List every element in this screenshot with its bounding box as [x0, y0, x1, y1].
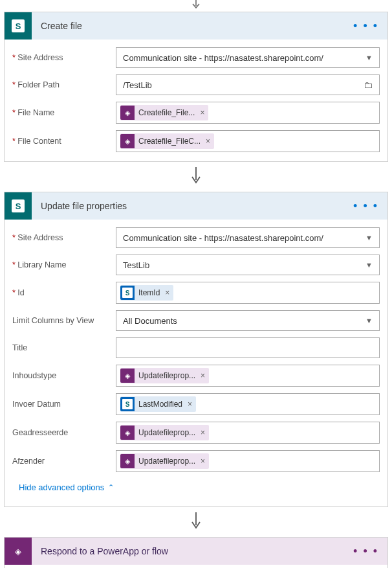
hide-advanced-toggle[interactable]: Hide advanced options ⌃	[12, 479, 380, 497]
chevron-down-icon: ▼	[365, 54, 374, 62]
card-title: Create file	[41, 21, 351, 31]
remove-token-icon[interactable]: ×	[199, 108, 208, 117]
chevron-down-icon: ▼	[365, 261, 374, 269]
card-menu-button[interactable]: • • •	[351, 545, 381, 558]
action-create-file: S Create file • • • Site Address Communi…	[4, 12, 388, 162]
label-inhoudstype: Inhoudstype	[12, 371, 116, 380]
remove-token-icon[interactable]: ×	[164, 288, 173, 297]
label-afzender: Afzender	[12, 457, 116, 466]
afzender-input[interactable]: ◈ Updatefileprop... ×	[116, 450, 380, 472]
id-input[interactable]: S ItemId ×	[116, 282, 380, 304]
chevron-up-icon: ⌃	[108, 483, 114, 492]
label-file-name: File Name	[12, 108, 116, 117]
action-update-file-properties: S Update file properties • • • Site Addr…	[4, 192, 388, 507]
label-id: Id	[12, 288, 116, 297]
label-site-address: Site Address	[12, 233, 116, 242]
limit-columns-dropdown[interactable]: All Documents ▼	[116, 310, 380, 331]
chevron-down-icon: ▼	[365, 234, 374, 242]
geadresseerde-input[interactable]: ◈ Updatefileprop... ×	[116, 422, 380, 444]
folder-path-input[interactable]: /TestLib 🗀	[116, 74, 380, 95]
sharepoint-icon: S	[120, 286, 135, 300]
flow-arrow-icon	[0, 512, 392, 530]
site-address-dropdown[interactable]: Communication site - https://nasatest.sh…	[116, 227, 380, 248]
remove-token-icon[interactable]: ×	[186, 400, 196, 409]
powerapps-icon: ◈	[120, 454, 135, 468]
label-invoer-datum: Invoer Datum	[12, 400, 116, 409]
powerapps-icon: ◈	[5, 538, 32, 565]
remove-token-icon[interactable]: ×	[199, 371, 209, 380]
powerapps-icon: ◈	[120, 369, 135, 383]
card-title: Update file properties	[41, 201, 351, 211]
site-address-dropdown[interactable]: Communication site - https://nasatest.sh…	[116, 47, 380, 68]
library-name-dropdown[interactable]: TestLib ▼	[116, 255, 380, 275]
label-title: Title	[12, 343, 116, 352]
label-folder-path: Folder Path	[12, 80, 116, 89]
inhoudstype-input[interactable]: ◈ Updatefileprop... ×	[116, 365, 380, 387]
card-header[interactable]: S Create file • • •	[5, 12, 387, 40]
powerapps-icon: ◈	[120, 134, 135, 148]
card-header[interactable]: S Update file properties • • •	[5, 192, 387, 220]
card-menu-button[interactable]: • • •	[351, 199, 381, 213]
remove-token-icon[interactable]: ×	[199, 457, 209, 466]
sharepoint-icon: S	[120, 397, 135, 411]
file-name-input[interactable]: ◈ Createfile_File... ×	[116, 102, 380, 124]
invoer-datum-input[interactable]: S LastModified ×	[116, 393, 380, 415]
title-input[interactable]	[116, 337, 380, 358]
sharepoint-icon: S	[5, 192, 32, 220]
token-lastmodified[interactable]: S LastModified ×	[120, 396, 196, 412]
label-site-address: Site Address	[12, 53, 116, 62]
card-header[interactable]: ◈ Respond to a PowerApp or flow • • •	[5, 538, 387, 565]
token-itemid[interactable]: S ItemId ×	[120, 285, 173, 301]
flow-arrow-icon	[0, 167, 392, 185]
remove-token-icon[interactable]: ×	[204, 137, 214, 146]
token-updatefileprop[interactable]: ◈ Updatefileprop... ×	[120, 453, 209, 469]
label-library-name: Library Name	[12, 260, 116, 269]
folder-picker-icon[interactable]: 🗀	[364, 80, 374, 90]
label-file-content: File Content	[12, 137, 116, 146]
remove-token-icon[interactable]: ×	[199, 428, 209, 437]
card-title: Respond to a PowerApp or flow	[41, 546, 351, 556]
token-createfile-file[interactable]: ◈ Createfile_File... ×	[120, 105, 208, 120]
chevron-down-icon: ▼	[365, 317, 374, 324]
powerapps-icon: ◈	[120, 426, 135, 440]
action-respond-powerapp: ◈ Respond to a PowerApp or flow • • • aA…	[4, 537, 388, 568]
label-geadresseerde: Geadresseerde	[12, 428, 116, 437]
sharepoint-icon: S	[5, 12, 32, 40]
card-menu-button[interactable]: • • •	[351, 19, 381, 33]
file-content-input[interactable]: ◈ Createfile_FileC... ×	[116, 130, 380, 152]
token-createfile-filecontent[interactable]: ◈ Createfile_FileC... ×	[120, 133, 214, 149]
token-updatefileprop[interactable]: ◈ Updatefileprop... ×	[120, 368, 209, 383]
label-limit-columns: Limit Columns by View	[12, 316, 116, 325]
token-updatefileprop[interactable]: ◈ Updatefileprop... ×	[120, 425, 209, 440]
powerapps-icon: ◈	[120, 106, 135, 120]
